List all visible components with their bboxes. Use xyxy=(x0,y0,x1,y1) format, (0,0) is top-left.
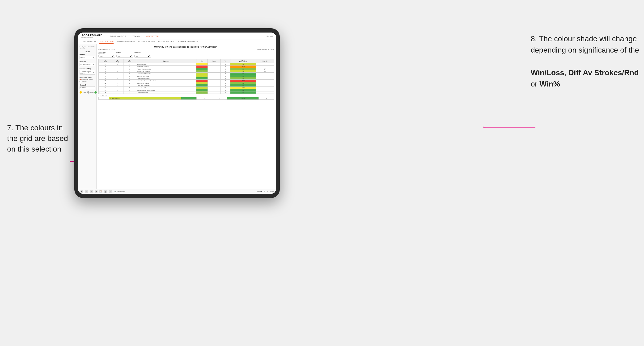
school-section: School (Rank) 1. University of Nort... xyxy=(80,68,95,75)
cell-conf: 2 xyxy=(123,87,136,89)
cell-reg: - xyxy=(112,63,123,65)
tab-player-h2h-heatmap[interactable]: PLAYER H2H HEATMAP xyxy=(178,41,198,44)
ood-win: 1 xyxy=(181,97,197,100)
cell-rounds: 9 xyxy=(256,84,274,87)
table-row: 15 - 4 Georgia Institute of Technology 5… xyxy=(99,89,274,91)
legend-down-label: Down xyxy=(83,92,86,93)
conference-sublabel: Opponents: xyxy=(98,53,115,54)
tablet-screen: SCOREBOARD Powered by clippd TOURNAMENTS… xyxy=(78,32,276,194)
cell-loss: 1 xyxy=(208,80,220,82)
filter-region: Region (All) xyxy=(116,51,133,57)
undo-icon[interactable]: ↩ xyxy=(80,190,83,193)
gender-section: Gender Men's xyxy=(80,54,95,59)
gender-label: Gender xyxy=(80,54,95,55)
cell-diff: -2.29 xyxy=(230,65,256,68)
cell-rounds: 9 xyxy=(256,87,274,89)
out-of-division-table: NCAA Division II 1 0 0 26.00 3 xyxy=(98,97,274,100)
region-select[interactable]: (All) xyxy=(116,55,133,57)
nav-teams[interactable]: TEAMS xyxy=(132,35,141,38)
conference-select[interactable]: (All) xyxy=(98,55,115,57)
cell-reg: - xyxy=(112,77,123,80)
tab-team-h2h-heatmap[interactable]: TEAM H2H HEATMAP xyxy=(117,41,135,44)
cell-conf: 2 xyxy=(123,73,136,75)
gender-select[interactable]: Men's xyxy=(80,56,95,59)
tab-team-h2h-grid[interactable]: TEAM H2H GRID xyxy=(100,41,114,44)
opponent-select[interactable]: (All) xyxy=(134,55,151,57)
cell-rank: 11 xyxy=(99,80,112,82)
opponent-view-label: Opponent View xyxy=(80,77,95,78)
comment-icon: 💬 xyxy=(264,191,265,192)
tab-player-h2h-grid[interactable]: PLAYER H2H GRID xyxy=(158,41,174,44)
nav-committee[interactable]: COMMITTEE xyxy=(146,35,160,38)
cell-diff: 1.83 xyxy=(230,70,256,73)
division-select[interactable]: NCAA Division I xyxy=(80,63,95,66)
cell-rank: 4 xyxy=(99,68,112,70)
school-select[interactable]: 1. University of Nort... xyxy=(80,70,95,75)
cell-rounds: 9 xyxy=(256,91,274,94)
cell-tie: 0 xyxy=(220,84,230,87)
cell-opponent: Florida State University xyxy=(136,70,196,73)
cell-tie: 0 xyxy=(220,87,230,89)
cell-opponent: University of Arkansas, Fayetteville xyxy=(136,80,196,82)
table-row: 6 - 2 Florida State University 4 2 0 1.8… xyxy=(99,70,274,73)
radio-top100[interactable]: Top 100 xyxy=(80,81,95,82)
cell-win: 3 xyxy=(196,77,208,80)
cell-diff: 2.28 xyxy=(230,68,256,70)
cell-win: 2 xyxy=(196,63,208,65)
cell-loss: 1 xyxy=(208,63,220,65)
tab-player-summary[interactable]: PLAYER SUMMARY xyxy=(138,41,155,44)
annotation-left: 7. The colours in the grid are based on … xyxy=(7,123,73,154)
nav-tournaments[interactable]: TOURNAMENTS xyxy=(109,35,127,38)
legend-row: Down Level Up xyxy=(80,91,95,94)
radio-group: Opponents Played Top 100 xyxy=(80,79,95,82)
cell-rounds: 12 xyxy=(256,70,274,73)
colour-by-section: Colour by Win/loss xyxy=(80,84,95,89)
logo-title: SCOREBOARD xyxy=(82,34,102,37)
division-record: Division Record: 88 - 17 - 0 xyxy=(257,48,274,50)
filter-opponent: Opponent (All) xyxy=(134,51,151,57)
clock-icon[interactable]: ⏱ xyxy=(109,190,112,193)
cell-reg: - xyxy=(112,89,123,91)
cell-diff: 4.50 xyxy=(230,89,256,91)
cell-tie: 0 xyxy=(220,70,230,73)
colour-by-select[interactable]: Win/loss xyxy=(80,86,95,89)
table-row: 2 - 1 Auburn University 2 1 0 1.67 9 xyxy=(99,63,274,65)
tab-team-summary[interactable]: TEAM SUMMARY xyxy=(82,41,96,44)
paste-icon[interactable]: 📋 xyxy=(100,190,102,193)
cell-rank: 3 xyxy=(99,65,112,68)
table-row: 16 - 7 University of Florida 3 1 0 6.62 … xyxy=(99,91,274,94)
copy-icon[interactable]: ⧉ xyxy=(95,190,98,193)
cell-reg: - xyxy=(112,82,123,84)
legend-level-dot xyxy=(87,91,90,94)
redo-icon[interactable]: ↪ xyxy=(85,190,88,193)
cell-rank: 6 xyxy=(99,70,112,73)
out-of-division-row: NCAA Division II 1 0 0 26.00 3 xyxy=(99,97,274,100)
cell-reg: - xyxy=(112,73,123,75)
cell-conf: 7 xyxy=(123,91,136,94)
col-rank: #Rank xyxy=(99,59,112,63)
back-icon[interactable]: ← xyxy=(90,190,93,193)
cell-reg: - xyxy=(112,68,123,70)
cell-win: 1 xyxy=(196,75,208,77)
cell-reg: - xyxy=(112,65,123,68)
cell-win: 1 xyxy=(196,82,208,84)
cell-rounds: 3 xyxy=(256,73,274,75)
table-row: 8 - 2 University of Washington 1 0 0 3.6… xyxy=(99,73,274,75)
cell-win: 5 xyxy=(196,89,208,91)
cell-win: 3 xyxy=(196,91,208,94)
watch-button[interactable]: Watch ▾ xyxy=(257,191,262,192)
cell-conf: 2 xyxy=(123,70,136,73)
cell-loss: 1 xyxy=(208,91,220,94)
legend-down-dot xyxy=(80,91,82,94)
cell-tie: 0 xyxy=(220,73,230,75)
ood-name xyxy=(99,97,109,100)
cell-conf: 1 xyxy=(123,68,136,70)
cell-reg: - xyxy=(112,84,123,87)
radio-opponents-played[interactable]: Opponents Played xyxy=(80,79,95,80)
col-tie: Tie xyxy=(220,59,230,63)
view-label[interactable]: 📷 View: Original xyxy=(114,191,125,192)
share-button[interactable]: Share xyxy=(270,191,274,192)
col-conf: #Conf xyxy=(123,59,136,63)
sign-out-button[interactable]: | Sign out xyxy=(266,35,273,37)
cell-conf: 1 xyxy=(123,63,136,65)
